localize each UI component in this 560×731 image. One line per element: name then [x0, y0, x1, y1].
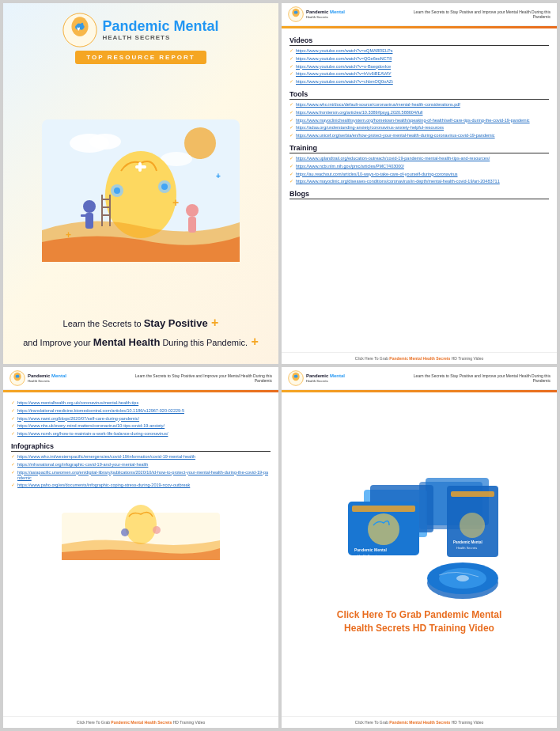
header-banner-3: Learn the Secrets to Stay Positive and I… — [130, 373, 272, 384]
svg-point-11 — [114, 187, 120, 194]
product-stack: Pandemic Mental Health Secrets Pandemic … — [332, 474, 506, 600]
svg-text:Pandemic Mental: Pandemic Mental — [354, 547, 387, 552]
header-banner: Learn the Secrets to Stay Positive and I… — [408, 9, 551, 20]
infographic-link-1[interactable]: https://www.who.int/westernpacific/emerg… — [17, 454, 195, 460]
video-link-5[interactable]: https://www.youtube.com/watch?v=chbmOQ0o… — [296, 79, 393, 85]
list-item: https://www.mayoclinic.org/diseases-cond… — [289, 179, 549, 185]
video-link-2[interactable]: https://www.youtube.com/watch?v=QGe6eoNC… — [296, 56, 392, 62]
mini-brand-3: Pandemic Mental Health Secrets — [9, 370, 66, 386]
page4-header: Pandemic Mental Health Secrets Learn the… — [282, 367, 557, 390]
svg-point-54 — [456, 575, 469, 581]
report-badge: TOP RESOURCE REPORT — [75, 51, 206, 64]
cover-svg: + + + — [42, 119, 240, 262]
list-item: https://www.youtube.com/watch?v=oQMABREL… — [289, 48, 549, 55]
blog-link-2[interactable]: https://translational-medicine.biomedcen… — [17, 408, 184, 414]
list-item: https://au.reachout.com/articles/10-ways… — [289, 172, 549, 178]
tool-link-2[interactable]: https://www.frontiersin.org/articles/10.… — [296, 110, 423, 116]
mini-brand-logo — [288, 6, 304, 22]
videos-list: https://www.youtube.com/watch?v=oQMABREL… — [289, 48, 549, 85]
list-item: https://www.nhs.uk/every-mind-matters/co… — [11, 423, 271, 430]
list-item: https://www.mayoclinichealthsystem.org/h… — [289, 118, 549, 124]
tools-title: Tools — [289, 90, 549, 100]
svg-point-33 — [121, 528, 129, 536]
page3-illustration — [11, 497, 271, 560]
brand-text-block: Pandemic Mental Health Secrets — [102, 19, 218, 42]
list-item: https://translational-medicine.biomedcen… — [11, 408, 271, 415]
page4-panel: Pandemic Mental Health Secrets Learn the… — [282, 367, 557, 728]
blog-link-1[interactable]: https://www.mentalhealth.org.uk/coronavi… — [17, 400, 138, 406]
mini-brand: Pandemic Mental Health Secrets — [288, 6, 345, 22]
blogs-title-2: Blogs — [289, 190, 549, 199]
mini-brand-name-block: Pandemic Mental Health Secrets — [306, 9, 345, 19]
infographic-link-4[interactable]: https://www.paho.org/en/documents/infogr… — [17, 483, 190, 488]
list-item: https://www.ncbi.nlm.nih.gov/pmc/article… — [289, 164, 549, 170]
list-item: https://www.nami.org/blogs/2020/07/self-… — [11, 416, 271, 422]
svg-point-13 — [161, 184, 168, 190]
svg-point-14 — [83, 200, 96, 213]
list-item: https://www.paho.org/en/documents/infogr… — [11, 483, 271, 489]
videos-title: Videos — [289, 36, 549, 46]
infographic-link-2[interactable]: https://mhsnational.org/infographic-covi… — [17, 462, 148, 468]
video-link-1[interactable]: https://www.youtube.com/watch?v=oQMABREL… — [296, 48, 392, 54]
page3-footer[interactable]: Click Here To Grab Pandemic Mental Healt… — [3, 716, 278, 728]
svg-rect-20 — [101, 206, 111, 208]
cover-illustration: + + + — [11, 67, 271, 313]
training-list: https://www.uplandtrail.org/education-ou… — [289, 156, 549, 185]
list-item: https://www.who.int/westernpacific/emerg… — [11, 454, 271, 460]
svg-point-3 — [184, 127, 216, 159]
list-item: https://www.who.int/docs/default-source/… — [289, 102, 549, 108]
page4-footer[interactable]: Click Here To Grab Pandemic Mental Healt… — [282, 716, 557, 728]
mini-brand-logo-3 — [9, 370, 25, 386]
svg-point-5 — [89, 134, 121, 150]
list-item: https://www.unicef.org/serbia/en/how-pro… — [289, 133, 549, 139]
training-link-1[interactable]: https://www.uplandtrail.org/education-ou… — [296, 156, 490, 161]
svg-rect-47 — [451, 491, 494, 497]
list-item: https://www.youtube.com/watch?v=chbmOQ0o… — [289, 79, 549, 85]
svg-rect-9 — [138, 162, 142, 172]
svg-point-43 — [368, 513, 399, 545]
training-link-4[interactable]: https://www.mayoclinic.org/diseases-cond… — [296, 179, 500, 184]
mini-brand-name-block-3: Pandemic Mental Health Secrets — [28, 373, 66, 383]
svg-point-22 — [186, 204, 199, 217]
cover-tagline: Learn the Secrets to Stay Positive + and… — [15, 313, 267, 351]
brand-logo — [62, 13, 97, 47]
page2-footer[interactable]: Click Here To Grab Pandemic Mental Healt… — [282, 352, 557, 364]
tools-list: https://www.who.int/docs/default-source/… — [289, 102, 549, 139]
infographic-link-3[interactable]: https://asiapacific.unwomen.org/en/digit… — [17, 470, 271, 481]
video-link-4[interactable]: https://www.youtube.com/watch?v=hVv6iBEA… — [296, 71, 392, 77]
tool-link-1[interactable]: https://www.who.int/docs/default-source/… — [296, 102, 460, 108]
svg-text:+: + — [216, 172, 221, 180]
tool-link-5[interactable]: https://www.unicef.org/serbia/en/how-pro… — [296, 133, 495, 138]
blogs-list: https://www.mentalhealth.org.uk/coronavi… — [11, 400, 271, 437]
page2-header: Pandemic Mental Health Secrets Learn the… — [282, 3, 557, 26]
list-item: https://www.frontiersin.org/articles/10.… — [289, 110, 549, 116]
svg-rect-19 — [101, 199, 111, 200]
list-item: https://www.youtube.com/watch?v=QGe6eoNC… — [289, 56, 549, 62]
mini-brand-name-block-4: Pandemic Mental Health Secrets — [306, 373, 345, 383]
video-link-3[interactable]: https://www.youtube.com/watch?v=o-Baegdo… — [296, 64, 391, 70]
list-item: https://mhsnational.org/infographic-covi… — [11, 462, 271, 468]
list-item: https://www.uplandtrail.org/education-ou… — [289, 156, 549, 162]
svg-point-34 — [153, 526, 161, 534]
tool-link-3[interactable]: https://www.mayoclinichealthsystem.org/h… — [296, 118, 530, 123]
svg-text:Pandemic Mental: Pandemic Mental — [453, 540, 482, 544]
tool-link-4[interactable]: https://adaa.org/understanding-anxiety/c… — [296, 125, 444, 131]
training-title: Training — [289, 144, 549, 153]
training-link-3[interactable]: https://au.reachout.com/articles/10-ways… — [296, 172, 458, 177]
svg-point-48 — [460, 513, 485, 538]
blog-link-5[interactable]: https://www.ncmh.org/how-to-maintain-a-w… — [17, 431, 168, 437]
blog-link-4[interactable]: https://www.nhs.uk/every-mind-matters/co… — [17, 423, 165, 429]
page3-content: https://www.mentalhealth.org.uk/coronavi… — [3, 392, 278, 716]
blog-link-3[interactable]: https://www.nami.org/blogs/2020/07/self-… — [17, 416, 139, 422]
training-link-2[interactable]: https://www.ncbi.nlm.nih.gov/pmc/article… — [296, 164, 404, 169]
svg-point-32 — [125, 505, 157, 544]
mini-brand-logo-4 — [288, 370, 304, 386]
list-item: https://asiapacific.unwomen.org/en/digit… — [11, 470, 271, 481]
list-item: https://www.youtube.com/watch?v=hVv6iBEA… — [289, 71, 549, 78]
svg-rect-42 — [352, 506, 415, 512]
brand-header: Pandemic Mental Health Secrets — [62, 13, 218, 47]
list-item: https://www.ncmh.org/how-to-maintain-a-w… — [11, 431, 271, 437]
cta-text[interactable]: Click Here To Grab Pandemic MentalHealth… — [337, 608, 502, 635]
page4-main: Pandemic Mental Health Secrets Pandemic … — [282, 392, 557, 716]
page3-header: Pandemic Mental Health Secrets Learn the… — [3, 367, 278, 390]
